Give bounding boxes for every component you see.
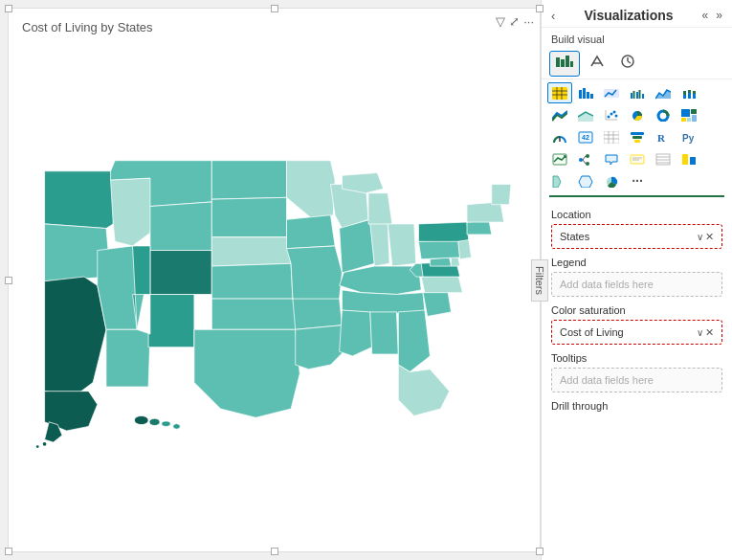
- viz-icon-funnel[interactable]: [625, 126, 650, 147]
- svg-point-63: [586, 154, 589, 158]
- states-dropzone[interactable]: States ∨ ✕: [551, 224, 722, 249]
- viz-tab-build[interactable]: [549, 51, 580, 77]
- cost-remove-icon[interactable]: ✕: [705, 326, 714, 339]
- viz-icon-treemap[interactable]: [677, 104, 701, 125]
- tooltips-dropzone[interactable]: Add data fields here: [551, 368, 722, 392]
- svg-rect-9: [570, 61, 573, 67]
- svg-rect-17: [583, 88, 586, 99]
- viz-icon-paginated[interactable]: [651, 148, 676, 169]
- resize-tr[interactable]: [536, 5, 543, 12]
- legend-group: Legend Add data fields here: [551, 257, 722, 297]
- tooltips-label: Tooltips: [551, 352, 722, 364]
- collapse-panel-icon[interactable]: ‹: [551, 9, 555, 23]
- svg-rect-29: [688, 93, 691, 99]
- svg-rect-22: [633, 91, 635, 99]
- viz-icon-table[interactable]: [547, 82, 572, 103]
- svg-rect-8: [566, 56, 569, 67]
- viz-icon-stacked-bar[interactable]: [677, 82, 701, 103]
- resize-ml[interactable]: [5, 277, 12, 284]
- color-saturation-label: Color saturation: [551, 304, 722, 316]
- viz-icon-area2[interactable]: [573, 104, 598, 125]
- legend-dropzone[interactable]: Add data fields here: [551, 272, 722, 297]
- svg-rect-58: [634, 140, 640, 143]
- viz-icon-card[interactable]: 42: [573, 126, 598, 147]
- viz-icon-r-visual[interactable]: R: [651, 126, 676, 147]
- build-visual-label: Build visual: [542, 28, 732, 49]
- svg-rect-44: [691, 109, 697, 114]
- viz-icon-gauge[interactable]: [547, 126, 572, 147]
- location-group: Location States ∨ ✕: [551, 209, 722, 249]
- svg-text:Py: Py: [682, 133, 695, 144]
- svg-rect-74: [682, 154, 688, 165]
- viz-icon-scatter[interactable]: [599, 104, 624, 125]
- svg-rect-43: [681, 109, 690, 117]
- svg-rect-23: [636, 92, 638, 99]
- viz-panel-collapse-icon[interactable]: «: [702, 9, 709, 22]
- viz-icon-slicer[interactable]: [547, 170, 572, 191]
- svg-rect-27: [683, 95, 686, 99]
- cost-dropdown-icon[interactable]: ∨: [697, 327, 703, 338]
- resize-tl[interactable]: [5, 5, 12, 12]
- resize-bl[interactable]: [5, 548, 12, 555]
- viz-icon-shape-map[interactable]: [573, 170, 598, 191]
- svg-marker-76: [553, 176, 561, 188]
- viz-header-icons: « »: [702, 9, 722, 22]
- svg-point-62: [579, 158, 583, 162]
- states-remove-icon[interactable]: ✕: [705, 231, 714, 243]
- states-value: States: [560, 231, 589, 242]
- viz-icon-kpi[interactable]: [547, 148, 572, 169]
- fields-section: Location States ∨ ✕ Legend Add data fiel…: [542, 203, 732, 560]
- svg-point-0: [43, 442, 47, 446]
- svg-rect-19: [590, 94, 593, 99]
- viz-icon-area[interactable]: [651, 82, 676, 103]
- viz-icon-pie2[interactable]: [599, 170, 624, 191]
- svg-text:R: R: [657, 132, 666, 144]
- svg-point-64: [586, 162, 589, 166]
- svg-point-5: [173, 424, 180, 430]
- resize-tm[interactable]: [271, 5, 278, 12]
- svg-marker-77: [579, 176, 592, 188]
- color-saturation-group: Color saturation Cost of Living ∨ ✕: [551, 304, 722, 345]
- svg-point-36: [608, 115, 610, 118]
- resize-br[interactable]: [536, 548, 543, 555]
- svg-rect-18: [587, 92, 589, 99]
- viz-icon-clustered-bar[interactable]: [625, 82, 650, 103]
- viz-icon-more[interactable]: ···: [625, 170, 650, 191]
- cost-of-living-dropzone[interactable]: Cost of Living ∨ ✕: [551, 320, 722, 345]
- viz-tab-format[interactable]: [584, 51, 610, 77]
- viz-icon-decomp-tree[interactable]: [573, 148, 598, 169]
- svg-point-4: [162, 421, 170, 427]
- states-dropdown-icon[interactable]: ∨: [697, 232, 703, 242]
- svg-rect-56: [631, 132, 644, 135]
- filter-icon[interactable]: ▽: [496, 14, 505, 29]
- viz-icon-ribbon[interactable]: [547, 104, 572, 125]
- expand-icon[interactable]: ⤢: [509, 14, 520, 29]
- viz-icon-qa[interactable]: [599, 148, 624, 169]
- viz-icon-smart-narrative[interactable]: [625, 148, 650, 169]
- filters-tab[interactable]: Filters: [531, 259, 548, 302]
- svg-point-38: [613, 110, 616, 113]
- viz-icon-pie[interactable]: [625, 104, 650, 125]
- viz-panel-expand-icon[interactable]: »: [716, 9, 722, 22]
- svg-rect-75: [690, 157, 696, 165]
- viz-icon-chart6[interactable]: [677, 148, 701, 169]
- resize-bm[interactable]: [271, 548, 278, 555]
- viz-icon-grid: 42 R Py: [542, 79, 732, 195]
- cost-of-living-value: Cost of Living: [560, 326, 624, 338]
- viz-icon-matrix[interactable]: [599, 126, 624, 147]
- svg-rect-7: [561, 59, 565, 67]
- viz-icon-line[interactable]: [599, 82, 624, 103]
- viz-icon-python-visual[interactable]: Py: [677, 126, 701, 147]
- svg-rect-57: [632, 136, 642, 139]
- viz-tab-analytics[interactable]: [614, 51, 641, 77]
- viz-icon-donut[interactable]: [651, 104, 676, 125]
- svg-rect-47: [692, 115, 697, 122]
- svg-point-37: [610, 112, 613, 115]
- svg-rect-46: [687, 118, 691, 122]
- svg-rect-51: [604, 131, 619, 144]
- tooltips-group: Tooltips Add data fields here: [551, 352, 722, 392]
- viz-icon-bar[interactable]: [573, 82, 598, 103]
- svg-rect-21: [631, 93, 632, 99]
- more-icon[interactable]: ···: [523, 14, 534, 29]
- svg-rect-28: [683, 91, 686, 95]
